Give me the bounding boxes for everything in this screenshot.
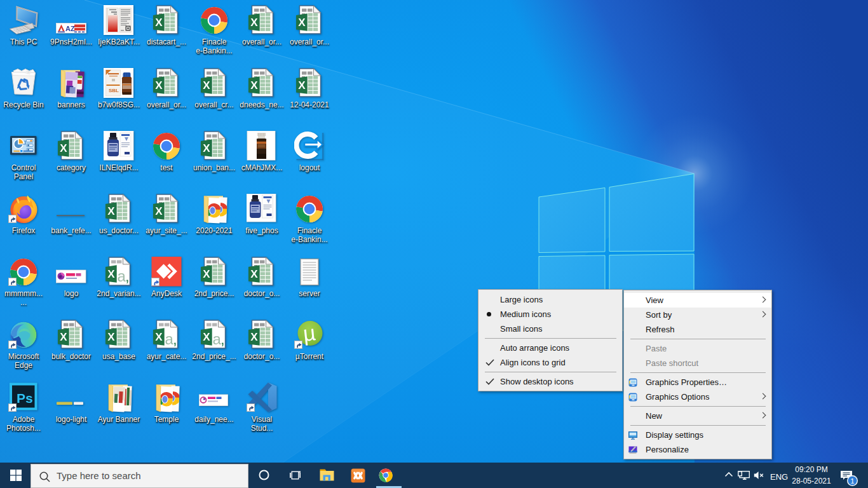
svg-text:1: 1 [850, 477, 854, 485]
